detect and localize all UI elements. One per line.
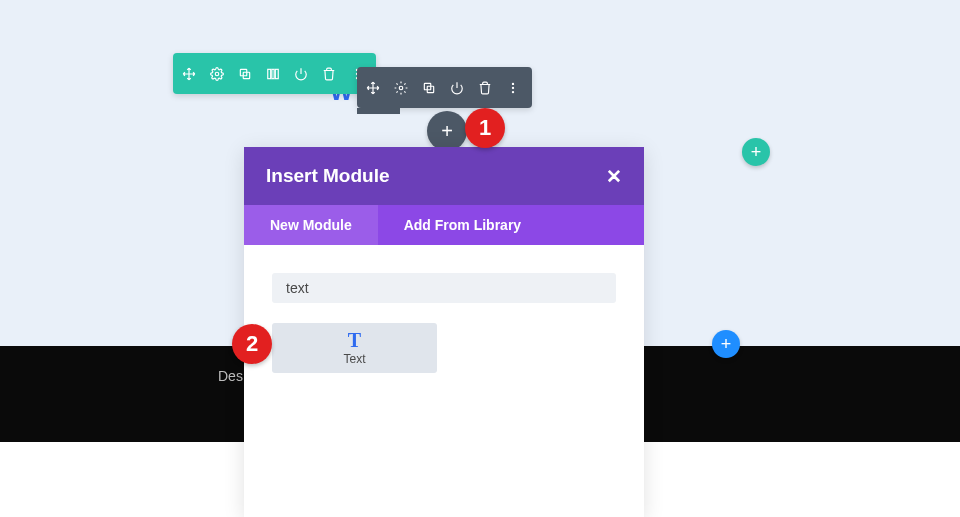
modal-header: Insert Module ✕ — [244, 147, 644, 205]
module-search-input[interactable] — [272, 273, 616, 303]
module-tile-label: Text — [343, 352, 365, 366]
more-icon[interactable] — [505, 80, 521, 96]
module-toolbar[interactable] — [357, 67, 532, 108]
tab-add-from-library[interactable]: Add From Library — [378, 205, 547, 245]
svg-point-14 — [512, 90, 514, 92]
svg-rect-3 — [268, 69, 271, 78]
footer-text: Des — [218, 368, 243, 384]
step-number: 1 — [479, 115, 491, 141]
move-icon[interactable] — [181, 66, 197, 82]
svg-rect-4 — [272, 69, 274, 78]
step-marker-1: 1 — [465, 108, 505, 148]
columns-icon[interactable] — [265, 66, 281, 82]
tab-label: Add From Library — [404, 217, 521, 233]
tab-new-module[interactable]: New Module — [244, 205, 378, 245]
svg-point-9 — [399, 86, 403, 90]
duplicate-icon[interactable] — [421, 80, 437, 96]
modal-title: Insert Module — [266, 165, 390, 187]
svg-point-13 — [512, 86, 514, 88]
section-toolbar[interactable] — [173, 53, 376, 94]
modal-tabs: New Module Add From Library — [244, 205, 644, 245]
plus-icon: + — [441, 120, 453, 143]
add-module-button[interactable]: + — [427, 111, 467, 151]
step-number: 2 — [246, 331, 258, 357]
svg-point-12 — [512, 82, 514, 84]
delete-icon[interactable] — [321, 66, 337, 82]
plus-icon: + — [751, 142, 762, 163]
module-tile-text[interactable]: T Text — [272, 323, 437, 373]
power-icon[interactable] — [293, 66, 309, 82]
tab-label: New Module — [270, 217, 352, 233]
power-icon[interactable] — [449, 80, 465, 96]
gear-icon[interactable] — [209, 66, 225, 82]
text-module-icon: T — [348, 330, 361, 350]
add-row-button[interactable]: + — [712, 330, 740, 358]
modal-body: T Text — [244, 245, 644, 517]
move-icon[interactable] — [365, 80, 381, 96]
dark-toolbar-accent — [357, 108, 400, 114]
svg-rect-5 — [275, 69, 278, 78]
delete-icon[interactable] — [477, 80, 493, 96]
duplicate-icon[interactable] — [237, 66, 253, 82]
add-section-button[interactable]: + — [742, 138, 770, 166]
step-marker-2: 2 — [232, 324, 272, 364]
close-icon[interactable]: ✕ — [606, 165, 622, 188]
insert-module-modal: Insert Module ✕ New Module Add From Libr… — [244, 147, 644, 517]
plus-icon: + — [721, 334, 732, 355]
gear-icon[interactable] — [393, 80, 409, 96]
svg-point-0 — [215, 72, 219, 76]
